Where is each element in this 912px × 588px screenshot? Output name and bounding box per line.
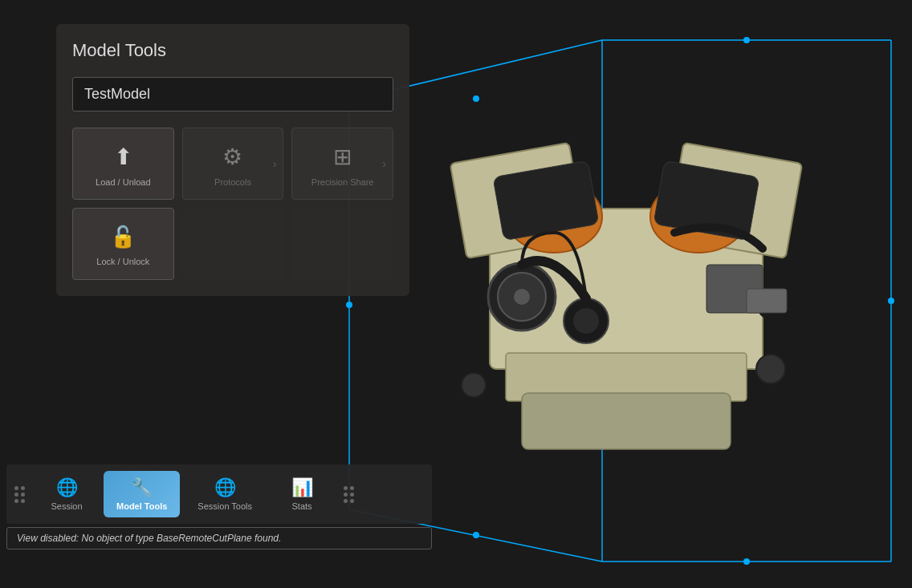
session-tools-icon: 🌐 — [214, 477, 236, 498]
svg-point-8 — [743, 558, 750, 565]
tools-row2: 🔓 Lock / Unlock — [72, 208, 393, 280]
protocols-label: Protocols — [214, 176, 251, 188]
tab-model-tools[interactable]: 🔧 Model Tools — [104, 471, 180, 517]
svg-point-25 — [573, 308, 599, 334]
load-unload-button[interactable]: ⬆ Load / Unload — [72, 128, 174, 200]
lock-unlock-button[interactable]: 🔓 Lock / Unlock — [72, 208, 174, 280]
dot — [350, 499, 354, 503]
session-tools-label: Session Tools — [197, 501, 252, 511]
empty-slot-1 — [182, 208, 284, 280]
protocols-icon: ⚙ — [222, 144, 242, 170]
svg-point-7 — [743, 37, 750, 43]
dot — [14, 499, 18, 503]
precision-share-chevron: › — [382, 157, 386, 170]
session-label: Session — [51, 501, 82, 511]
model-tools-panel: Model Tools ⬆ Load / Unload ⚙ Protocols … — [56, 24, 409, 296]
svg-point-13 — [473, 532, 479, 538]
svg-rect-29 — [747, 289, 787, 313]
upload-icon: ⬆ — [114, 144, 132, 170]
dot — [350, 486, 354, 490]
drag-handle-right — [344, 486, 354, 503]
dot — [14, 493, 18, 497]
precision-share-button[interactable]: ⊞ Precision Share › — [291, 128, 393, 200]
svg-point-11 — [346, 302, 352, 308]
load-unload-label: Load / Unload — [96, 176, 151, 188]
svg-point-30 — [756, 355, 785, 383]
dot — [344, 499, 348, 503]
status-bar: View disabled: No object of type BaseRem… — [6, 527, 432, 549]
model-tools-icon: 🔧 — [131, 477, 153, 498]
model-name-input[interactable] — [72, 77, 393, 112]
dot — [21, 499, 25, 503]
protocols-chevron: › — [273, 157, 277, 170]
dot — [14, 486, 18, 490]
engine-viewport — [377, 72, 875, 521]
precision-share-label: Precision Share — [311, 176, 374, 188]
svg-point-23 — [514, 289, 530, 305]
session-icon: 🌐 — [56, 477, 78, 498]
taskbar: 🌐 Session 🔧 Model Tools 🌐 Session Tools … — [6, 464, 432, 524]
svg-point-31 — [462, 373, 486, 397]
drag-handle-left — [14, 486, 25, 503]
tab-session[interactable]: 🌐 Session — [35, 471, 99, 517]
model-tools-label: Model Tools — [116, 501, 167, 511]
dot — [21, 486, 25, 490]
lock-icon: 🔓 — [110, 225, 136, 249]
svg-point-9 — [888, 298, 894, 304]
panel-title: Model Tools — [72, 40, 393, 61]
stats-label: Stats — [291, 501, 311, 511]
precision-share-icon: ⊞ — [333, 144, 352, 170]
lock-unlock-label: Lock / Unlock — [96, 256, 149, 267]
empty-slot-2 — [291, 208, 393, 280]
dot — [21, 493, 25, 497]
dot — [344, 493, 348, 497]
stats-icon: 📊 — [291, 477, 313, 498]
status-message: View disabled: No object of type BaseRem… — [17, 533, 281, 544]
tab-session-tools[interactable]: 🌐 Session Tools — [185, 471, 265, 517]
protocols-button[interactable]: ⚙ Protocols › — [182, 128, 284, 200]
svg-rect-28 — [522, 393, 731, 449]
dot — [344, 486, 348, 490]
dot — [350, 493, 354, 497]
tab-stats[interactable]: 📊 Stats — [270, 471, 334, 517]
tools-grid: ⬆ Load / Unload ⚙ Protocols › ⊞ Precisio… — [72, 128, 393, 200]
